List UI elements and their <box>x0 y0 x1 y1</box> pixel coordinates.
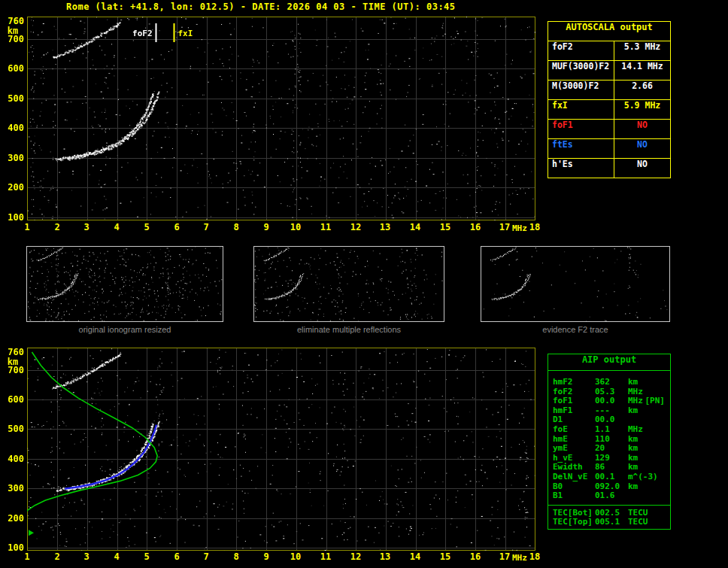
y-tick-bot-400: 400 <box>2 454 24 464</box>
thumbnail-caption-reflections: eliminate multiple reflections <box>253 325 444 334</box>
param-unit: km <box>628 434 667 444</box>
thumbnail-original-ionogram <box>26 246 223 322</box>
param-label: M(3000)F2 <box>548 80 614 99</box>
autoscala-row-h'Es: h'EsNO <box>548 159 670 178</box>
param-label: h'Es <box>548 159 614 178</box>
param-unit: km <box>628 405 667 415</box>
x-tick-bot-15: 15 <box>436 551 454 562</box>
aip-row-hmE: hmE110km <box>553 434 667 444</box>
x-tick-bot-9: 9 <box>257 551 275 562</box>
param-label: foF2 <box>553 387 595 396</box>
param-value: 01.6 <box>595 491 628 500</box>
x-tick-top-18: 18 <box>526 222 544 232</box>
y-tick-bot-500: 500 <box>2 424 24 434</box>
aip-panel-title: AIP output <box>548 354 670 371</box>
y-tick-top-500: 500 <box>2 93 24 104</box>
param-unit: MHz <box>628 396 645 405</box>
x-tick-top-17: 17 <box>496 222 514 232</box>
aip-row-foE: foE1.1MHz <box>553 424 667 434</box>
param-unit <box>628 415 667 424</box>
param-label: TEC[Bot] <box>553 508 595 518</box>
param-value: NO <box>614 120 670 138</box>
y-axis-unit-top: km <box>2 26 24 36</box>
thumbnail-eliminate-reflections <box>253 246 444 322</box>
param-unit: MHz <box>628 424 667 434</box>
param-unit: m^(-3) <box>628 472 667 481</box>
aip-row-Ewidth: Ewidth86km <box>553 462 667 472</box>
param-label: DelN_vE <box>553 472 595 481</box>
param-value: 05.3 <box>595 387 628 396</box>
aip-row-hmF1: hmF1---km <box>553 405 667 415</box>
x-tick-bot-18: 18 <box>526 551 544 562</box>
param-unit: TECU <box>628 508 667 518</box>
param-label: B1 <box>553 491 595 500</box>
param-label: MUF(3000)F2 <box>548 61 614 80</box>
param-unit: km <box>628 377 667 387</box>
param-unit: km <box>628 462 667 472</box>
x-tick-bot-14: 14 <box>406 551 424 562</box>
x-tick-top-1: 1 <box>18 222 36 232</box>
param-value: 005.1 <box>595 517 628 527</box>
x-axis-unit-bot: MHz <box>512 553 527 563</box>
x-tick-top-10: 10 <box>287 222 305 232</box>
param-unit: km <box>628 453 667 463</box>
aip-row-D1: D100.0 <box>553 415 667 424</box>
autoscala-row-foF1: foF1NO <box>548 120 670 139</box>
param-value: 002.5 <box>595 508 628 518</box>
autoscala-row-foF2: foF25.3 MHz <box>548 41 670 61</box>
param-value: 5.3 MHz <box>614 41 670 60</box>
param-label: D1 <box>553 415 595 424</box>
autoscala-row-fxI: fxI5.9 MHz <box>548 100 670 120</box>
y-tick-bot-600: 600 <box>2 394 24 405</box>
param-label: fxI <box>548 100 614 119</box>
param-value: 092.0 <box>595 481 628 491</box>
aip-row-hmF2: hmF2362km <box>553 377 667 387</box>
param-value: 2.66 <box>614 80 670 99</box>
top-ionogram-canvas <box>27 17 535 220</box>
x-tick-top-8: 8 <box>227 222 245 232</box>
y-tick-bot-200: 200 <box>2 513 24 524</box>
param-label: ftEs <box>548 139 614 158</box>
x-tick-bot-2: 2 <box>48 551 66 562</box>
y-tick-bot-760: 760 <box>2 347 24 357</box>
autoscala-rows: foF25.3 MHzMUF(3000)F214.1 MHzM(3000)F22… <box>548 41 670 178</box>
aip-row-TEC[Top]: TEC[Top]005.1TECU <box>553 517 667 527</box>
y-tick-top-100: 100 <box>2 212 24 223</box>
aip-row-h_vE: h_vE129km <box>553 453 667 463</box>
thumbnail-caption-evidence: evidence F2 trace <box>481 325 670 334</box>
x-tick-bot-12: 12 <box>347 551 365 562</box>
y-tick-top-300: 300 <box>2 153 24 163</box>
param-label: hmF2 <box>553 377 595 387</box>
x-tick-top-4: 4 <box>108 222 126 232</box>
aip-row-B1: B101.6 <box>553 491 667 500</box>
param-value: 20 <box>595 443 628 453</box>
aip-rows: hmF2362kmfoF205.3MHzfoF100.0MHz[PN]hmF1-… <box>548 371 670 505</box>
param-value: 00.1 <box>595 472 628 481</box>
x-tick-bot-3: 3 <box>77 551 96 562</box>
x-tick-top-15: 15 <box>436 222 454 232</box>
bottom-ionogram-canvas <box>27 348 535 551</box>
autoscala-row-M(3000)F2: M(3000)F22.66 <box>548 80 670 100</box>
param-value: 110 <box>595 434 628 444</box>
param-label: foF2 <box>548 41 614 60</box>
aip-tec-rows: TEC[Bot]002.5TECUTEC[Top]005.1TECU <box>548 505 670 529</box>
aip-row-foF1: foF100.0MHz[PN] <box>553 396 667 405</box>
param-value: NO <box>614 159 670 178</box>
window-title: Rome (lat: +41.8, lon: 012.5) - DATE: 20… <box>66 2 456 12</box>
param-unit: MHz <box>628 387 667 396</box>
param-note: [PN] <box>645 396 668 405</box>
x-tick-top-3: 3 <box>77 222 96 232</box>
x-tick-top-16: 16 <box>466 222 484 232</box>
thumbnail-evidence-f2-trace <box>481 246 670 322</box>
x-tick-top-7: 7 <box>197 222 215 232</box>
x-tick-bot-13: 13 <box>376 551 394 562</box>
x-tick-bot-4: 4 <box>108 551 126 562</box>
param-value: 14.1 MHz <box>614 61 670 80</box>
x-tick-top-11: 11 <box>317 222 335 232</box>
x-tick-top-14: 14 <box>406 222 424 232</box>
param-label: Ewidth <box>553 462 595 472</box>
x-tick-bot-7: 7 <box>197 551 215 562</box>
param-label: hmF1 <box>553 405 595 415</box>
param-value: 129 <box>595 453 628 463</box>
y-tick-top-600: 600 <box>2 63 24 74</box>
